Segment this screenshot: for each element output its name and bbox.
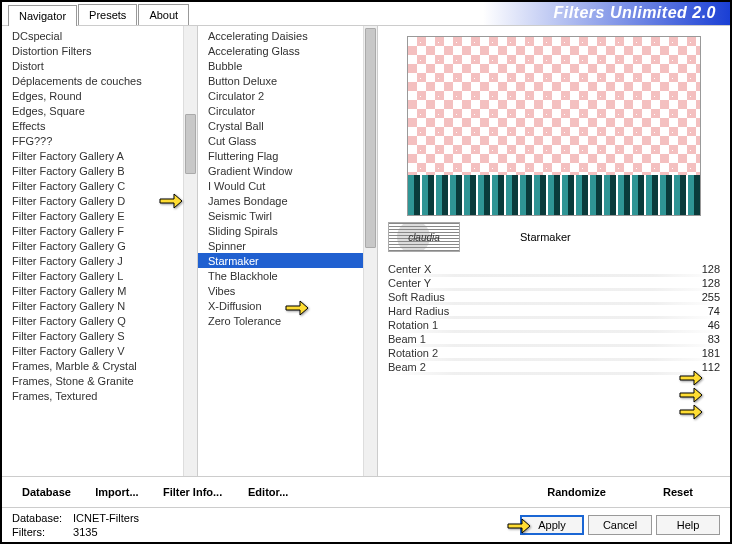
category-item[interactable]: Filter Factory Gallery G [2,238,197,253]
param-label: Soft Radius [388,291,488,303]
filter-item[interactable]: Bubble [198,58,377,73]
filter-name-row: claudia Starmaker [388,222,720,252]
apply-button[interactable]: Apply [520,515,584,535]
category-item[interactable]: Déplacements de couches [2,73,197,88]
param-value: 74 [686,305,720,317]
param-row[interactable]: Center Y128 [388,276,720,290]
database-button[interactable]: Database [12,483,81,501]
param-row[interactable]: Rotation 2181 [388,346,720,360]
category-item[interactable]: Filter Factory Gallery S [2,328,197,343]
category-item[interactable]: Filter Factory Gallery L [2,268,197,283]
filter-list[interactable]: Accelerating DaisiesAccelerating GlassBu… [198,26,378,476]
scrollbar[interactable] [363,26,377,476]
category-item[interactable]: Filter Factory Gallery C [2,178,197,193]
filter-item[interactable]: Starmaker [198,253,377,268]
header: Navigator Presets About Filters Unlimite… [2,2,730,26]
param-row[interactable]: Center X128 [388,262,720,276]
category-item[interactable]: Filter Factory Gallery J [2,253,197,268]
scroll-thumb[interactable] [365,28,376,248]
filter-item[interactable]: X-Diffusion [198,298,377,313]
status-database: Database: ICNET-Filters [12,512,139,524]
param-label: Beam 1 [388,333,488,345]
category-item[interactable]: Distort [2,58,197,73]
author-logo: claudia [388,222,460,252]
category-item[interactable]: Filter Factory Gallery M [2,283,197,298]
filter-item[interactable]: James Bondage [198,193,377,208]
scrollbar[interactable] [183,26,197,476]
reset-button[interactable]: Reset [646,483,710,501]
param-value: 112 [686,361,720,373]
tab-presets[interactable]: Presets [78,4,137,25]
filter-item[interactable]: Fluttering Flag [198,148,377,163]
preview-image [407,36,701,216]
param-label: Hard Radius [388,305,488,317]
filter-item[interactable]: Accelerating Glass [198,43,377,58]
filter-item[interactable]: Cut Glass [198,133,377,148]
filter-item[interactable]: Circulator [198,103,377,118]
category-item[interactable]: Frames, Textured [2,388,197,403]
category-item[interactable]: Filter Factory Gallery F [2,223,197,238]
category-item[interactable]: Filter Factory Gallery E [2,208,197,223]
filter-item[interactable]: Accelerating Daisies [198,28,377,43]
filter-item[interactable]: Crystal Ball [198,118,377,133]
tab-about[interactable]: About [138,4,189,25]
category-item[interactable]: Filter Factory Gallery Q [2,313,197,328]
filter-item[interactable]: The Blackhole [198,268,377,283]
category-item[interactable]: Filter Factory Gallery D [2,193,197,208]
category-item[interactable]: Filter Factory Gallery V [2,343,197,358]
filter-item[interactable]: Button Deluxe [198,73,377,88]
status-filters: Filters: 3135 [12,526,139,538]
filter-item[interactable]: Spinner [198,238,377,253]
param-value: 181 [686,347,720,359]
param-row[interactable]: Beam 2112 [388,360,720,374]
param-label: Center X [388,263,488,275]
filter-item[interactable]: Seismic Twirl [198,208,377,223]
main-area: DCspecialDistortion FiltersDistortDéplac… [2,26,730,476]
param-value: 255 [686,291,720,303]
param-value: 128 [686,277,720,289]
category-item[interactable]: Filter Factory Gallery A [2,148,197,163]
import-button[interactable]: Import... [85,483,149,501]
filter-item[interactable]: Sliding Spirals [198,223,377,238]
param-value: 128 [686,263,720,275]
scroll-thumb[interactable] [185,114,196,174]
help-button[interactable]: Help [656,515,720,535]
category-item[interactable]: Effects [2,118,197,133]
param-label: Rotation 1 [388,319,488,331]
category-item[interactable]: Frames, Marble & Crystal [2,358,197,373]
right-panel: claudia Starmaker Center X128Center Y128… [378,26,730,476]
filter-item[interactable]: Circulator 2 [198,88,377,103]
category-item[interactable]: DCspecial [2,28,197,43]
tab-navigator[interactable]: Navigator [8,5,77,26]
category-item[interactable]: Edges, Square [2,103,197,118]
status-bar: Database: ICNET-Filters Filters: 3135 Ap… [2,507,730,542]
editor-button[interactable]: Editor... [236,483,300,501]
category-item[interactable]: Filter Factory Gallery B [2,163,197,178]
param-label: Rotation 2 [388,347,488,359]
cancel-button[interactable]: Cancel [588,515,652,535]
param-row[interactable]: Beam 183 [388,332,720,346]
category-item[interactable]: Filter Factory Gallery N [2,298,197,313]
param-value: 83 [686,333,720,345]
tabs: Navigator Presets About [2,2,190,25]
category-item[interactable]: Frames, Stone & Granite [2,373,197,388]
category-list[interactable]: DCspecialDistortion FiltersDistortDéplac… [2,26,198,476]
param-row[interactable]: Rotation 146 [388,318,720,332]
app-title: Filters Unlimited 2.0 [483,2,730,25]
param-label: Center Y [388,277,488,289]
filter-name-label: Starmaker [520,231,571,243]
param-row[interactable]: Hard Radius74 [388,304,720,318]
filter-item[interactable]: I Would Cut [198,178,377,193]
param-list: Center X128Center Y128Soft Radius255Hard… [388,262,720,374]
param-label: Beam 2 [388,361,488,373]
param-value: 46 [686,319,720,331]
category-item[interactable]: FFG??? [2,133,197,148]
param-row[interactable]: Soft Radius255 [388,290,720,304]
category-item[interactable]: Edges, Round [2,88,197,103]
filter-item[interactable]: Zero Tolerance [198,313,377,328]
filter-item[interactable]: Gradient Window [198,163,377,178]
filter-info-button[interactable]: Filter Info... [153,483,232,501]
category-item[interactable]: Distortion Filters [2,43,197,58]
filter-item[interactable]: Vibes [198,283,377,298]
randomize-button[interactable]: Randomize [537,483,616,501]
